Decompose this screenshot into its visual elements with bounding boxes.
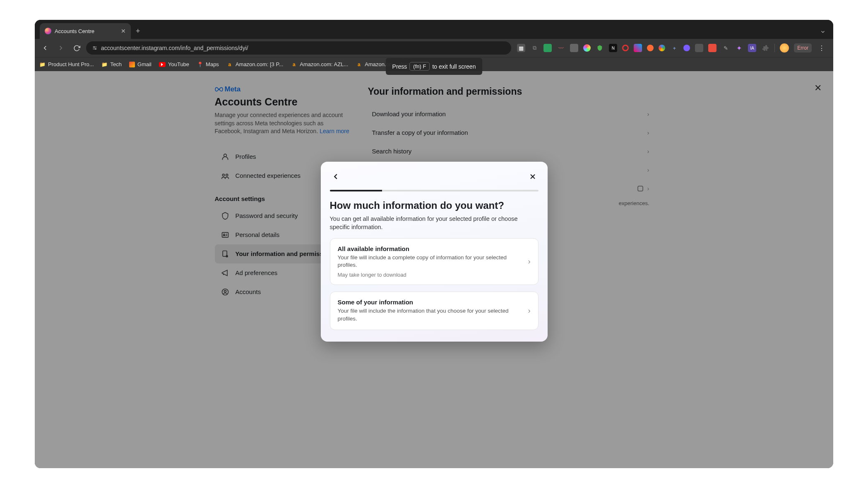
new-tab-button[interactable]: +	[131, 24, 145, 39]
gmail-icon	[129, 62, 135, 67]
instagram-favicon	[45, 28, 51, 34]
maps-icon: 📍	[197, 61, 203, 68]
chevron-right-icon: ›	[528, 306, 531, 315]
browser-menu-icon[interactable]: ⋮	[817, 44, 827, 52]
amazon-icon: a	[226, 61, 233, 68]
extension-icons: ▦ ⧉ 〰 N + ✎ ✦ IA Error	[515, 43, 829, 53]
url-text: accountscenter.instagram.com/info_and_pe…	[101, 45, 248, 51]
ext-icon-5[interactable]	[570, 44, 578, 52]
bookmark-label: Amazon.com: AZL...	[300, 61, 348, 67]
modal-close-button[interactable]	[527, 171, 539, 182]
bookmark-label: Tech	[111, 61, 122, 67]
tab-close-icon[interactable]: ✕	[121, 28, 126, 34]
bookmark-item[interactable]: YouTube	[159, 61, 189, 67]
ext-icon-shield[interactable]	[596, 44, 604, 52]
choice-note: May take longer to download	[338, 272, 522, 278]
bookmark-label: Amazon.com: [3 P...	[236, 61, 283, 67]
site-settings-icon[interactable]	[92, 45, 98, 51]
forward-button[interactable]	[55, 42, 67, 54]
folder-icon: 📁	[101, 61, 108, 68]
profile-avatar[interactable]	[780, 43, 789, 53]
divider	[774, 44, 775, 52]
fs-hint-key: (fn) F	[409, 62, 430, 71]
ext-icon-plus[interactable]: +	[670, 44, 678, 52]
browser-window: Accounts Centre ✕ + accountscenter.insta…	[35, 20, 833, 468]
bookmark-item[interactable]: 📍 Maps	[197, 61, 219, 68]
download-info-modal: How much information do you want? You ca…	[321, 162, 548, 342]
ext-icon-3[interactable]	[543, 44, 552, 52]
tab-dropdown-icon[interactable]	[813, 25, 833, 39]
youtube-icon	[159, 62, 166, 67]
bookmark-label: Gmail	[137, 61, 151, 67]
bookmark-item[interactable]: a Amazon.com: [3 P...	[226, 61, 283, 68]
browser-tab[interactable]: Accounts Centre ✕	[40, 23, 131, 39]
choice-desc: Your file will include the information t…	[338, 307, 522, 323]
svg-point-3	[95, 48, 96, 49]
tab-bar: Accounts Centre ✕ +	[35, 20, 833, 39]
bookmark-label: Product Hunt Pro...	[48, 61, 94, 67]
bookmark-item[interactable]: 📁 Tech	[101, 61, 122, 68]
modal-title: How much information do you want?	[330, 200, 539, 211]
ext-icon-4[interactable]: 〰	[557, 44, 565, 52]
ext-icon-16[interactable]	[708, 44, 717, 52]
choice-title: All available information	[338, 245, 522, 252]
ext-icon-19[interactable]: IA	[748, 44, 756, 52]
bookmark-label: Maps	[206, 61, 219, 67]
ext-icon-18[interactable]: ✦	[735, 44, 743, 52]
ext-icon-15[interactable]	[695, 44, 703, 52]
ext-icon-1[interactable]: ▦	[517, 44, 525, 52]
amazon-icon: a	[356, 61, 362, 68]
modal-subtitle: You can get all available information fo…	[330, 215, 539, 232]
fullscreen-hint: Press (fn) F to exit full screen	[386, 58, 483, 75]
ext-icon-14[interactable]	[683, 45, 690, 51]
modal-back-button[interactable]	[330, 171, 341, 182]
svg-point-2	[94, 47, 94, 48]
modal-progress-bar	[330, 190, 539, 191]
bookmark-item[interactable]: 📁 Product Hunt Pro...	[39, 61, 94, 68]
chevron-right-icon: ›	[528, 257, 531, 266]
progress-fill	[330, 190, 382, 191]
ext-icon-2[interactable]: ⧉	[530, 44, 539, 52]
back-button[interactable]	[39, 42, 51, 54]
amazon-icon: a	[291, 61, 297, 68]
ext-icon-9[interactable]	[622, 45, 629, 51]
bookmark-item[interactable]: a Amazon.com: AZL...	[291, 61, 348, 68]
choice-all-available[interactable]: All available information Your file will…	[330, 238, 539, 285]
ext-icon-6[interactable]	[583, 44, 591, 52]
ext-icon-11[interactable]	[647, 45, 654, 51]
browser-toolbar: accountscenter.instagram.com/info_and_pe…	[35, 39, 833, 57]
folder-icon: 📁	[39, 61, 46, 68]
address-bar[interactable]: accountscenter.instagram.com/info_and_pe…	[86, 41, 511, 55]
bookmark-item[interactable]: Gmail	[129, 61, 151, 67]
ext-icon-12[interactable]	[659, 45, 665, 51]
ext-icon-17[interactable]: ✎	[721, 44, 730, 52]
tab-title: Accounts Centre	[55, 28, 94, 34]
fs-hint-press: Press	[392, 63, 407, 70]
choice-desc: Your file will include a complete copy o…	[338, 254, 522, 270]
page-content: ✕ Meta Accounts Centre Manage your conne…	[35, 71, 833, 468]
ext-icon-10[interactable]	[634, 44, 642, 52]
choice-title: Some of your information	[338, 299, 522, 306]
ext-icon-8[interactable]: N	[609, 44, 617, 52]
error-badge[interactable]: Error	[794, 43, 812, 53]
choice-some-info[interactable]: Some of your information Your file will …	[330, 292, 539, 330]
reload-button[interactable]	[70, 42, 83, 54]
extensions-menu-icon[interactable]	[761, 44, 769, 52]
fs-hint-rest: to exit full screen	[432, 63, 476, 70]
bookmark-label: YouTube	[168, 61, 189, 67]
